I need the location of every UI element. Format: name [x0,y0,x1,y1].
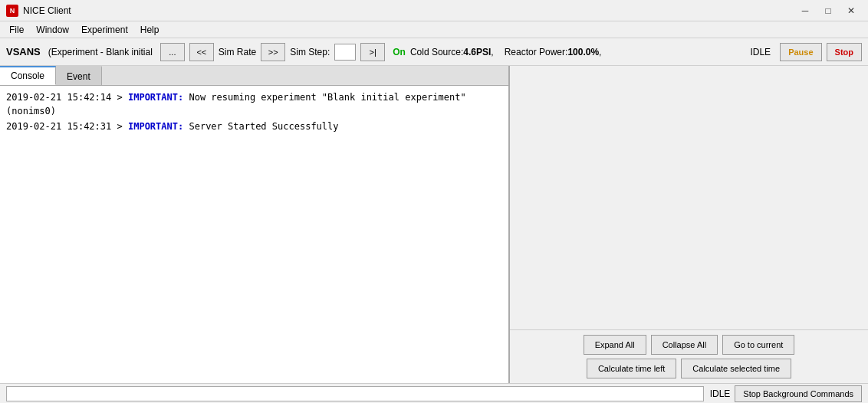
console-content: 2019-02-21 15:42:14 > IMPORTANT: Now res… [0,86,508,383]
log-arrow: > [117,92,128,103]
btn-row-1: Expand All Collapse All Go to current [516,335,862,355]
log-line: 2019-02-21 15:42:14 > IMPORTANT: Now res… [6,90,502,118]
btn-row-2: Calculate time left Calculate selected t… [516,359,862,378]
tab-console[interactable]: Console [0,66,56,85]
prev-button[interactable]: << [189,43,214,61]
on-label: On [393,47,406,57]
sim-step-label: Sim Step: [290,47,330,57]
sim-step-input[interactable] [334,44,356,61]
log-important-label-2: IMPORTANT: [128,121,183,132]
idle-label: IDLE [750,47,771,57]
sim-step-next-button[interactable]: >| [360,43,385,61]
right-scroll-area[interactable] [510,66,868,329]
log-arrow-2: > [117,121,128,132]
log-message-2: Server Started Successfully [189,121,338,132]
menu-experiment[interactable]: Experiment [75,23,134,37]
ellipsis-button[interactable]: ... [160,43,185,61]
collapse-all-button[interactable]: Collapse All [651,335,718,355]
log-timestamp: 2019-02-21 15:42:14 [6,92,111,103]
menu-help[interactable]: Help [134,23,166,37]
sim-rate-label: Sim Rate [219,47,256,57]
minimize-button[interactable]: ─ [794,3,816,18]
tab-bar: Console Event [0,66,508,86]
stop-background-commands-button[interactable]: Stop Background Commands [735,385,862,402]
toolbar: VSANS (Experiment - Blank initial ... <<… [0,38,868,66]
reactor-power-label: Reactor Power:100.0%, [505,47,602,57]
status-idle-label: IDLE [710,388,731,399]
maximize-button[interactable]: □ [817,3,839,18]
cold-source-label: Cold Source:4.6PSI, [410,47,494,57]
title-bar-controls: ─ □ ✕ [794,3,862,18]
menu-bar: File Window Experiment Help [0,21,868,38]
tab-event[interactable]: Event [56,66,102,85]
menu-file[interactable]: File [3,23,30,37]
stop-button[interactable]: Stop [827,43,862,61]
main-content: Console Event 2019-02-21 15:42:14 > IMPO… [0,66,868,383]
log-important-label: IMPORTANT: [128,92,183,103]
go-to-current-button[interactable]: Go to current [722,335,794,355]
pause-button[interactable]: Pause [780,43,821,61]
title-bar: N NICE Client ─ □ ✕ [0,0,868,21]
experiment-label: (Experiment - Blank initial [48,47,153,57]
app-name-label: VSANS [6,46,41,57]
expand-all-button[interactable]: Expand All [584,335,646,355]
left-panel: Console Event 2019-02-21 15:42:14 > IMPO… [0,66,510,383]
status-input[interactable] [6,386,704,401]
title-bar-text: NICE Client [23,5,794,16]
calculate-selected-time-button[interactable]: Calculate selected time [681,359,791,378]
menu-window[interactable]: Window [30,23,75,37]
calculate-time-left-button[interactable]: Calculate time left [587,359,676,378]
right-panel: Expand All Collapse All Go to current Ca… [510,66,868,383]
status-bar: IDLE Stop Background Commands [0,383,868,403]
right-bottom-buttons: Expand All Collapse All Go to current Ca… [510,329,868,383]
log-timestamp-2: 2019-02-21 15:42:31 [6,121,111,132]
close-button[interactable]: ✕ [840,3,862,18]
next-sim-button[interactable]: >> [261,43,285,61]
log-line: 2019-02-21 15:42:31 > IMPORTANT: Server … [6,120,502,133]
app-icon: N [6,5,18,17]
